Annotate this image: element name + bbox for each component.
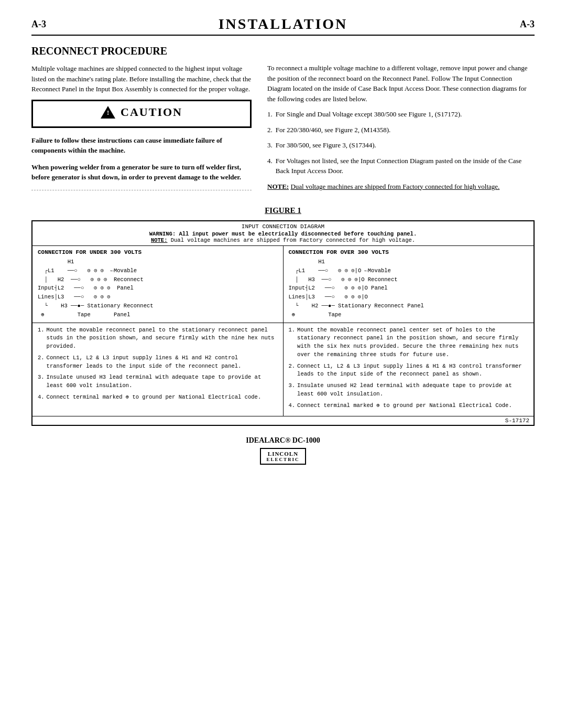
list-item: 1.For Single and Dual Voltage except 380… xyxy=(267,109,535,120)
right-col-title: CONNECTION FOR OVER 300 VOLTS xyxy=(289,249,529,255)
note-label: NOTE: xyxy=(267,183,289,190)
diagram-note-body: Dual voltage machines are shipped from F… xyxy=(167,237,415,243)
header-title: INSTALLATION xyxy=(219,16,348,33)
caution-box: CAUTION xyxy=(31,100,252,128)
left-column: RECONNECT PROCEDURE Multiple voltage mac… xyxy=(31,45,252,197)
inst-item: 2.Connect L1, L2 & L3 input supply lines… xyxy=(289,362,529,379)
diagram-right-instructions: 1.Mount the movable reconnect panel cent… xyxy=(284,323,534,416)
left-circuit: H1 ┌L1 ──○ ⊙ ⊙ ⊙ ←Movable │ H2 ──○ ⊙ ⊙ ⊙… xyxy=(38,258,278,319)
inst-item: 3.Insulate unused H3 lead terminal with … xyxy=(38,373,278,390)
lincoln-logo: LINCOLN ELECTRIC xyxy=(260,448,306,465)
list-item-num: 2. xyxy=(267,125,273,135)
list-item-num: 1. xyxy=(267,109,273,120)
diagram-columns: CONNECTION FOR UNDER 300 VOLTS H1 ┌L1 ──… xyxy=(32,246,534,323)
right-intro-text: To reconnect a multiple voltage machine … xyxy=(267,63,535,104)
right-circuit: H1 ┌L1 ──○ ⊙ ⊙ ⊙|O ←Movable │ H3 ──○ ⊙ ⊙… xyxy=(289,258,529,319)
diagram-left-col: CONNECTION FOR UNDER 300 VOLTS H1 ┌L1 ──… xyxy=(32,246,284,323)
diagram-note: NOTE: Dual voltage machines are shipped … xyxy=(37,237,529,243)
note-body: Dual voltage machines are shipped from F… xyxy=(290,183,499,190)
inst-item: 4.Connect terminal marked ⊕ to ground pe… xyxy=(38,393,278,402)
list-item-text: For Single and Dual Voltage except 380/5… xyxy=(276,109,462,120)
brand-name: LINCOLN xyxy=(266,451,299,457)
caution-header: CAUTION xyxy=(40,105,243,119)
inst-item: 3.Insulate unused H2 lead terminal with … xyxy=(289,382,529,399)
brand-sub: ELECTRIC xyxy=(266,457,299,462)
list-item-num: 4. xyxy=(267,156,273,176)
section-title: RECONNECT PROCEDURE xyxy=(31,45,252,57)
note-text: NOTE: Dual voltage machines are shipped … xyxy=(267,181,535,192)
divider xyxy=(31,190,252,190)
numbered-list: 1.For Single and Dual Voltage except 380… xyxy=(267,109,535,176)
right-inst-list: 1.Mount the movable reconnect panel cent… xyxy=(289,326,529,410)
caution-triangle-icon xyxy=(101,106,115,119)
header-left-code: A-3 xyxy=(31,19,46,30)
footer-model: IDEALARC® DC-1000 xyxy=(31,436,535,445)
caution-label: CAUTION xyxy=(121,105,182,119)
list-item-text: For 220/380/460, see Figure 2, (M14358). xyxy=(276,125,391,135)
inst-item: 2.Connect L1, L2 & L3 input supply lines… xyxy=(38,354,278,371)
diagram-title: INPUT CONNECTION DIAGRAM xyxy=(37,223,529,230)
right-column: To reconnect a multiple voltage machine … xyxy=(267,45,535,197)
diagram-note-prefix: NOTE: xyxy=(151,237,168,243)
left-inst-list: 1.Mount the movable reconnect panel to t… xyxy=(38,326,278,402)
main-content: RECONNECT PROCEDURE Multiple voltage mac… xyxy=(31,45,535,197)
figure-label: FIGURE 1 xyxy=(31,206,535,215)
list-item-text: For Voltages not listed, see the Input C… xyxy=(276,156,535,176)
page-footer: IDEALARC® DC-1000 LINCOLN ELECTRIC xyxy=(31,436,535,465)
page-header: A-3 INSTALLATION A-3 xyxy=(31,16,535,36)
diagram-left-instructions: 1.Mount the movable reconnect panel to t… xyxy=(32,323,284,416)
diagram-header: INPUT CONNECTION DIAGRAM WARNING: All in… xyxy=(32,221,534,246)
diagram-instructions: 1.Mount the movable reconnect panel to t… xyxy=(32,323,534,416)
left-col-title: CONNECTION FOR UNDER 300 VOLTS xyxy=(38,249,278,255)
header-right-code: A-3 xyxy=(520,19,535,30)
inst-item: 1.Mount the movable reconnect panel to t… xyxy=(38,326,278,351)
list-item: 4.For Voltages not listed, see the Input… xyxy=(267,156,535,176)
diagram-box: INPUT CONNECTION DIAGRAM WARNING: All in… xyxy=(31,220,535,426)
diagram-right-col: CONNECTION FOR OVER 300 VOLTS H1 ┌L1 ──○… xyxy=(284,246,534,323)
list-item-num: 3. xyxy=(267,140,273,151)
diagram-warning: WARNING: All input power must be electri… xyxy=(37,231,529,237)
list-item: 2.For 220/380/460, see Figure 2, (M14358… xyxy=(267,125,535,135)
inst-item: 4.Connect terminal marked ⊕ to ground pe… xyxy=(289,402,529,410)
list-item-text: For 380/500, see Figure 3, (S17344). xyxy=(276,140,376,151)
inst-item: 1.Mount the movable reconnect panel cent… xyxy=(289,326,529,359)
left-intro-text: Multiple voltage machines are shipped co… xyxy=(31,63,252,94)
list-item: 3.For 380/500, see Figure 3, (S17344). xyxy=(267,140,535,151)
caution-warning-text1: Failure to follow these instructions can… xyxy=(31,135,252,156)
caution-warning-text2: When powering welder from a generator be… xyxy=(31,162,252,183)
diagram-figure-num: S-17172 xyxy=(32,416,534,425)
